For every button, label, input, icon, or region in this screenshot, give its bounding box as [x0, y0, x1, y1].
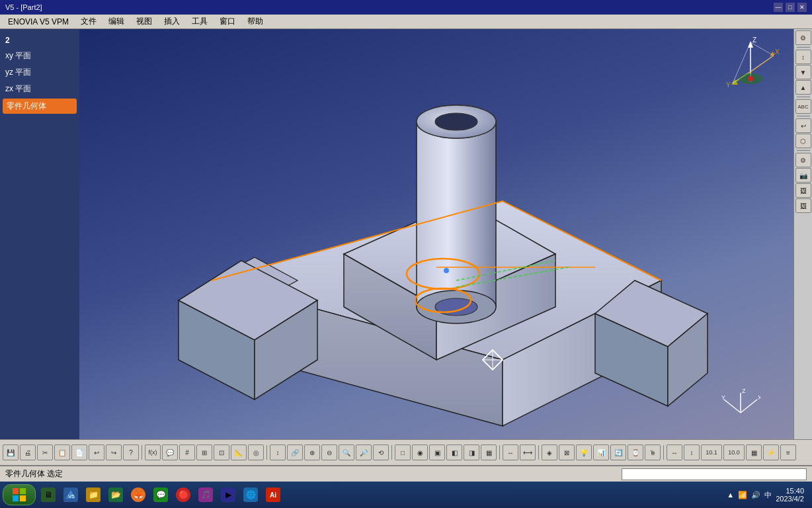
tb-box-btn[interactable]: ▣ [429, 444, 445, 460]
tb-sep-4 [499, 445, 500, 460]
tb-circle-btn[interactable]: ◎ [248, 444, 264, 460]
tb-zoomin-btn[interactable]: 🔍 [339, 444, 354, 460]
rt-scroll-btn[interactable]: ↕ [795, 50, 811, 64]
tb-grid-btn[interactable]: ⊞ [196, 444, 212, 460]
minimize-button[interactable]: — [774, 3, 783, 12]
tb-undo-btn[interactable]: ↩ [89, 444, 104, 460]
tb-square-btn[interactable]: □ [395, 444, 411, 460]
tb-fx-btn[interactable]: f(x) [145, 444, 161, 460]
tb-help-btn[interactable]: ? [123, 444, 139, 460]
tb-ruler-btn[interactable]: 📐 [231, 444, 247, 460]
status-input[interactable] [622, 468, 807, 480]
tb-bolt-btn[interactable]: ⚡ [763, 444, 779, 460]
tb-chart-btn[interactable]: 📊 [593, 444, 609, 460]
close-button[interactable]: ✕ [797, 3, 807, 12]
svg-rect-52 [20, 488, 26, 494]
taskbar-explorer-btn[interactable]: 📂 [106, 484, 126, 505]
tb-num2-btn[interactable]: 10.0 [723, 444, 745, 460]
tb-sep-2 [266, 445, 267, 460]
tb-snap-btn[interactable]: ⟷ [520, 444, 536, 460]
rt-img2-btn[interactable]: 🖼 [795, 198, 811, 213]
folder-icon: 📁 [86, 487, 101, 502]
tb-split2-btn[interactable]: ◨ [464, 444, 479, 460]
maximize-button[interactable]: □ [786, 3, 795, 12]
clock-time: 15:40 [776, 487, 804, 495]
taskbar-desktop-btn[interactable]: 🖥 [38, 484, 58, 505]
tb-cycle-btn[interactable]: 🔄 [610, 444, 626, 460]
system-tray: ▲ 📶 🔊 中 15:40 2023/4/2 [727, 487, 809, 503]
tb-cube-btn[interactable]: ⊠ [559, 444, 575, 460]
tb-grid3-btn[interactable]: ▦ [481, 444, 497, 460]
tb-dot-btn[interactable]: ◉ [412, 444, 428, 460]
tb-cut-btn[interactable]: ✂ [37, 444, 53, 460]
tb-copy-btn[interactable]: 📋 [54, 444, 70, 460]
tb-ref-btn[interactable]: ◈ [542, 444, 557, 460]
tb-hmove-btn[interactable]: ↔ [667, 444, 682, 460]
tb-pattern-btn[interactable]: ▦ [746, 444, 762, 460]
tb-plus-btn[interactable]: ⊕ [304, 444, 320, 460]
menu-enovia[interactable]: ENOVIA V5 VPM [3, 16, 74, 28]
tb-paste-btn[interactable]: 📄 [71, 444, 87, 460]
part-canvas: Z X Y X Y Z [79, 29, 793, 439]
rt-model-btn[interactable]: ⬡ [795, 134, 811, 148]
rt-settings-btn[interactable]: ⚙ [795, 30, 811, 45]
wechat-icon: 💬 [153, 487, 168, 502]
title-text: V5 - [Part2] [5, 3, 42, 11]
rt-arrow-btn[interactable]: ↩ [795, 118, 811, 133]
taskbar-folder-btn[interactable]: 📁 [83, 484, 103, 505]
taskbar-red-btn[interactable]: 🔴 [173, 484, 193, 505]
tb-print-btn[interactable]: 🖨 [20, 444, 36, 460]
rt-img1-btn[interactable]: 🖼 [795, 183, 811, 198]
menu-help[interactable]: 帮助 [242, 15, 268, 28]
tray-ime-label[interactable]: 中 [764, 490, 772, 500]
tray-volume-icon[interactable]: 🔊 [751, 491, 760, 499]
taskbar-wechat-btn[interactable]: 💬 [151, 484, 171, 505]
taskbar-browser-btn[interactable]: 🌐 [241, 484, 261, 505]
taskbar-music-btn[interactable]: 🎵 [196, 484, 216, 505]
tree-yz[interactable]: yz 平面 [3, 65, 77, 79]
tb-split-btn[interactable]: ◧ [446, 444, 462, 460]
menu-file[interactable]: 文件 [75, 15, 102, 28]
taskbar-media-btn[interactable]: ▶ [218, 484, 238, 505]
svg-point-20 [435, 113, 477, 130]
menu-edit[interactable]: 编辑 [103, 15, 130, 28]
tb-zoomout-btn[interactable]: 🔎 [356, 444, 372, 460]
svg-line-47 [724, 400, 741, 413]
rt-down-btn[interactable]: ▼ [795, 65, 811, 79]
start-button[interactable] [3, 484, 36, 505]
tb-arrow-btn[interactable]: ↕ [270, 444, 286, 460]
tb-num-btn[interactable]: # [179, 444, 195, 460]
taskbar-firefox-btn[interactable]: 🦊 [128, 484, 148, 505]
tb-minus-btn[interactable]: ⊖ [321, 444, 337, 460]
rt-gear2-btn[interactable]: ⚙ [795, 153, 811, 167]
tray-arrow-icon[interactable]: ▲ [727, 491, 734, 499]
tree-root[interactable]: 2 [3, 34, 77, 46]
menu-insert[interactable]: 插入 [159, 15, 185, 28]
tb-watch-btn[interactable]: ⌚ [628, 444, 643, 460]
tree-zx[interactable]: zx 平面 [3, 82, 77, 96]
tb-grid2-btn[interactable]: ⊡ [214, 444, 229, 460]
tb-menu-btn[interactable]: ≡ [780, 444, 796, 460]
tree-geometry[interactable]: 零件几何体 [3, 99, 77, 114]
tb-num1-btn[interactable]: 10.1 [701, 444, 722, 460]
taskbar-ai-btn[interactable]: Ai [263, 484, 283, 505]
rt-text-btn[interactable]: ABC [795, 99, 811, 114]
tb-rotate-btn[interactable]: ⟲ [373, 444, 389, 460]
tb-vmove-btn[interactable]: ↕ [684, 444, 700, 460]
taskbar-catia-btn[interactable]: V5 [61, 484, 81, 505]
tb-mouse-btn[interactable]: 🖱 [645, 444, 661, 460]
menu-tools[interactable]: 工具 [186, 15, 213, 28]
rt-up-btn[interactable]: ▲ [795, 80, 811, 95]
tb-light-btn[interactable]: 💡 [576, 444, 592, 460]
tb-redo-btn[interactable]: ↪ [106, 444, 122, 460]
3d-part-svg [132, 69, 727, 439]
rt-photo-btn[interactable]: 📷 [795, 168, 811, 183]
menu-window[interactable]: 窗口 [214, 15, 241, 28]
tb-save-btn[interactable]: 💾 [3, 444, 19, 460]
tree-xy[interactable]: xy 平面 [3, 49, 77, 63]
tb-chat-btn[interactable]: 💬 [162, 444, 178, 460]
tb-link-btn[interactable]: 🔗 [287, 444, 303, 460]
tb-arr2-btn[interactable]: ↔ [503, 444, 518, 460]
menu-view[interactable]: 视图 [131, 15, 157, 28]
3d-viewport[interactable]: Z X Y X Y Z [79, 29, 793, 439]
